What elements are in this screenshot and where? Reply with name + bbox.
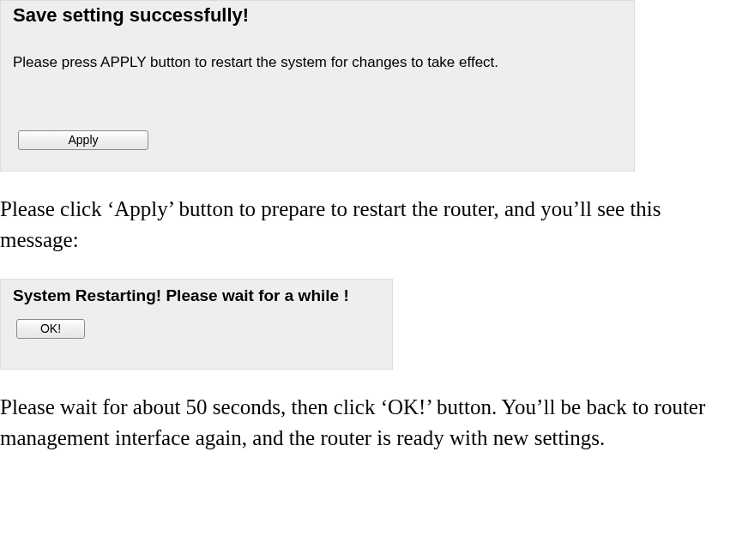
save-setting-subtitle: Please press APPLY button to restart the…	[13, 54, 634, 71]
ok-button[interactable]: OK!	[16, 319, 85, 339]
system-restarting-panel: System Restarting! Please wait for a whi…	[0, 279, 393, 370]
system-restarting-title: System Restarting! Please wait for a whi…	[13, 285, 392, 305]
apply-button[interactable]: Apply	[18, 130, 148, 150]
save-setting-panel: Save setting successfully! Please press …	[0, 0, 635, 172]
save-setting-title: Save setting successfully!	[13, 1, 634, 27]
instruction-paragraph-2: Please wait for about 50 seconds, then c…	[0, 392, 721, 455]
instruction-paragraph-1: Please click ‘Apply’ button to prepare t…	[0, 194, 721, 256]
